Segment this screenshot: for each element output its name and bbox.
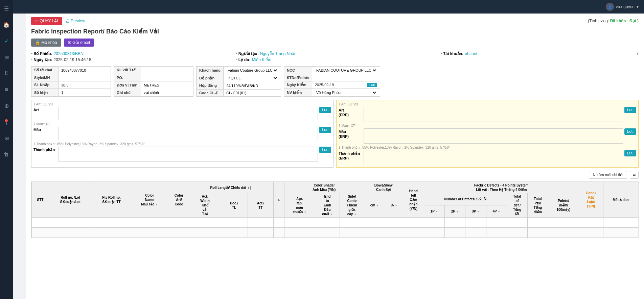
cell-total-pts — [527, 218, 548, 228]
tp-save-button[interactable]: Lưu — [319, 147, 331, 153]
value-code-clf[interactable] — [224, 90, 281, 97]
input-sl-nhap[interactable] — [61, 83, 108, 87]
data-table-wrap: STT Roll no. /LotSố cuộn /Lot Fty Roll n… — [31, 181, 639, 238]
input-code-clf[interactable] — [226, 91, 278, 95]
th-fty-roll: Fty Roll no.Số cuộn TT — [92, 182, 131, 218]
mau-hint: 1 Màu:: X7 — [33, 122, 331, 126]
tp-textarea[interactable] — [59, 147, 318, 162]
cell-points — [548, 218, 579, 228]
value-ngay-kiem[interactable]: 2025-02-19 Lưu — [312, 81, 380, 89]
value-so-kien[interactable] — [59, 89, 111, 97]
th-cm: cm ▼ — [364, 193, 385, 218]
input-so-to-khai[interactable] — [61, 68, 108, 72]
refresh-button[interactable]: ↻ Làm mới chi tiết — [589, 171, 627, 179]
sidebar-home-icon[interactable]: 🏠 — [1, 20, 12, 30]
sidebar-mail-icon[interactable]: ✉ — [1, 52, 12, 62]
form-tables: Số tờ khai Style/MH SL Nhập Số kiện — [31, 66, 639, 97]
cell-p4 — [486, 218, 507, 228]
value-stdofpoints[interactable] — [312, 74, 380, 81]
tp-erp-save-button[interactable]: Lưu — [624, 150, 636, 156]
input-po[interactable] — [144, 76, 190, 80]
art-left-block: 1 Art:: 21720 Art Lưu 1 Màu:: X7 Màu Lưu — [31, 100, 334, 168]
value-nv-kiem[interactable]: Võ Hồng Phúc — [312, 89, 380, 97]
select-bo-phan[interactable]: P.QTCL — [226, 76, 278, 80]
save-ngay-kiem[interactable]: Lưu — [367, 83, 377, 87]
input-style[interactable] — [61, 76, 108, 80]
back-button[interactable]: ↩ QUAY LẠI — [31, 17, 62, 25]
action-bar: ↩ QUAY LẠI 🖨 Preview (Tình trạng: Đã khó… — [31, 17, 639, 25]
value-ncc[interactable]: FABIAN COUTURE GROUP LLC — [312, 67, 380, 74]
art-textarea[interactable] — [59, 107, 318, 120]
art-erp-hint: 1 Art:: 21720 — [339, 102, 636, 106]
value-khach-hang[interactable]: Fabian Couture Group LLC — [224, 67, 281, 74]
th-number-defects: Number of Defects/ Số Lỗi — [424, 193, 507, 205]
input-so-kien[interactable] — [61, 91, 108, 95]
value-hop-dong[interactable] — [224, 82, 281, 90]
input-hop-dong[interactable] — [226, 84, 278, 88]
input-kl-vai[interactable] — [144, 68, 190, 72]
value-po[interactable] — [141, 74, 193, 81]
label-bo-phan: Bộ phận — [197, 74, 224, 82]
preview-button[interactable]: 🖨 Preview — [66, 19, 85, 23]
select-ncc[interactable]: FABIAN COUTURE GROUP LLC — [315, 68, 377, 73]
mau-label: Màu — [33, 127, 57, 132]
sidebar-location-icon[interactable]: 📍 — [1, 117, 12, 127]
th-color-shade-group: Color Shade/Ánh Màu (Y/N) — [284, 182, 364, 193]
art-erp-save-button[interactable]: Lưu — [624, 107, 636, 113]
ngay-tao-value: 2025-02-19 15:46:18 — [53, 57, 91, 62]
sidebar-msg-icon[interactable]: ✉ — [1, 133, 12, 143]
tp-erp-textarea[interactable] — [364, 150, 623, 165]
expand-icon[interactable]: ▾ — [637, 51, 639, 56]
input-stdofpoints[interactable] — [315, 76, 377, 80]
status-suffix: ) — [637, 19, 639, 23]
th-side-center: Side/Center biên/giữacây ▼ — [340, 193, 364, 218]
tai-khoan-label: - Tài khoản: — [441, 51, 464, 56]
th-facbric-group: Facbric Defects - 4 Points SystemLỗi vải… — [424, 182, 579, 193]
email-button[interactable]: ✉ Gửi email — [64, 39, 94, 47]
sidebar-doc-icon[interactable]: E — [1, 68, 12, 78]
cell-stt — [32, 218, 49, 228]
mau-erp-textarea[interactable] — [364, 128, 623, 144]
tp-erp-hint: 1 Thành phần:: 85% Polyester,13% Rayon. … — [339, 146, 636, 149]
input-don-vi[interactable] — [144, 83, 190, 87]
cell-act-width — [190, 218, 220, 228]
th-percent: % ▼ — [385, 193, 403, 218]
sidebar-check-icon[interactable]: ✓ — [1, 36, 12, 46]
label-khach-hang: Khách hàng — [197, 67, 224, 74]
sidebar-list-icon[interactable]: ≡ — [1, 84, 12, 95]
label-ghi-chu: Ghi chú — [114, 89, 141, 96]
cell-total-def — [507, 218, 527, 228]
value-kl-vai[interactable] — [141, 67, 193, 74]
cell-color-art — [168, 218, 190, 228]
sidebar-add-icon[interactable]: ⊕ — [1, 101, 12, 111]
mau-erp-save-button[interactable]: Lưu — [624, 128, 636, 135]
mau-save-button[interactable]: Lưu — [319, 127, 331, 133]
value-ghi-chu[interactable] — [141, 89, 193, 96]
mau-textarea[interactable] — [59, 127, 318, 140]
value-sl-nhap[interactable] — [59, 81, 111, 89]
sidebar-menu-icon[interactable]: ☰ — [1, 3, 12, 14]
copy-button[interactable]: ⧉ — [630, 171, 639, 179]
select-khach-hang[interactable]: Fabian Couture Group LLC — [226, 68, 278, 73]
value-don-vi[interactable] — [141, 81, 193, 89]
th-act-width: Act.WidthKhổvảiT.tế — [190, 193, 220, 218]
art-save-button[interactable]: Lưu — [319, 107, 331, 113]
select-nv-kiem[interactable]: Võ Hồng Phúc — [315, 90, 377, 95]
input-ghi-chu[interactable] — [144, 91, 190, 95]
cell-act — [248, 218, 273, 228]
user-menu[interactable]: 👤 vu.nguyen ▾ — [606, 3, 639, 11]
th-p1: 1P ▼ — [424, 205, 444, 218]
status-badge: Đã khóa - Đạt — [610, 19, 636, 23]
form-table-1: Số tờ khai Style/MH SL Nhập Số kiện — [31, 66, 111, 97]
value-so-to-khai[interactable] — [59, 67, 111, 74]
th-bow-skew-group: Bow&SkewCanh Sợi — [364, 182, 403, 193]
form-table-2: KL vải T.tế PO. Đơn Vị Tính Ghi chú — [114, 66, 193, 97]
value-style[interactable] — [59, 74, 111, 81]
th-mo-ta: Mô tả dan — [603, 182, 638, 218]
ngay-tao-label: - Ngày tạo: — [31, 57, 52, 62]
value-bo-phan[interactable]: P.QTCL — [224, 74, 281, 82]
label-po: PO. — [114, 74, 141, 81]
sidebar-trash-icon[interactable]: 🗑 — [1, 149, 12, 159]
art-erp-textarea[interactable] — [364, 107, 623, 122]
unlock-button[interactable]: 🔓 Mở khóa — [31, 39, 61, 47]
